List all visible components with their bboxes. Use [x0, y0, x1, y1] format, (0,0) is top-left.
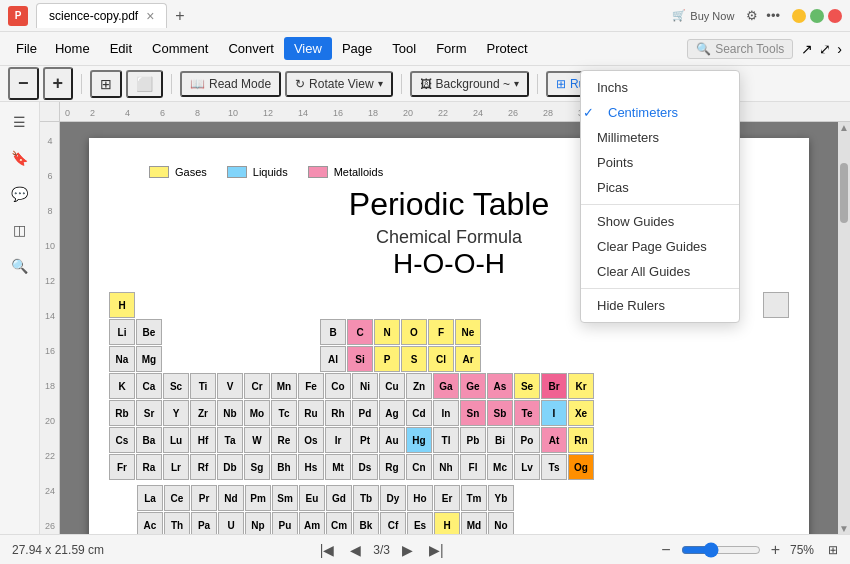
svg-text:26: 26 [508, 108, 518, 118]
menu-convert[interactable]: Convert [218, 37, 284, 60]
el-os: Os [298, 427, 324, 453]
zoom-out-status-btn[interactable]: − [659, 541, 672, 559]
next-page-btn[interactable]: ▶ [398, 542, 417, 558]
el-ta: Ta [217, 427, 243, 453]
el-lu: Lu [163, 427, 189, 453]
svg-text:22: 22 [438, 108, 448, 118]
svg-text:16: 16 [333, 108, 343, 118]
dd-show-guides[interactable]: Show Guides [581, 209, 739, 234]
zoom-in-btn[interactable]: + [43, 67, 74, 100]
first-page-btn[interactable]: |◀ [316, 542, 339, 558]
el-tl: Tl [433, 427, 459, 453]
menu-form[interactable]: Form [426, 37, 476, 60]
last-page-btn[interactable]: ▶| [425, 542, 448, 558]
read-mode-btn[interactable]: 📖 Read Mode [180, 71, 281, 97]
more-icon[interactable]: ••• [766, 8, 780, 23]
el-br: Br [541, 373, 567, 399]
svg-text:22: 22 [45, 451, 55, 461]
menu-edit[interactable]: Edit [100, 37, 142, 60]
el-ar: Ar [455, 346, 481, 372]
sidebar-layers-icon[interactable]: ◫ [8, 218, 32, 242]
legend-liquids: Liquids [227, 166, 288, 178]
scrollbar-vertical[interactable]: ▲ ▼ [838, 122, 850, 534]
background-btn[interactable]: 🖼 Background ~ [410, 71, 529, 97]
dd-picas[interactable]: Picas [581, 175, 739, 200]
el-md: Md [461, 512, 487, 534]
prev-page-btn[interactable]: ◀ [346, 542, 365, 558]
el-ho: Ho [407, 485, 433, 511]
new-tab-btn[interactable]: + [175, 7, 184, 25]
el-pb: Pb [460, 427, 486, 453]
el-rb: Rb [109, 400, 135, 426]
el-w: W [244, 427, 270, 453]
legend-liquids-label: Liquids [253, 166, 288, 178]
buy-now-btn[interactable]: 🛒 Buy Now [672, 9, 734, 22]
search-tools-box[interactable]: 🔍 Search Tools [687, 39, 793, 59]
zoom-in-status-btn[interactable]: + [769, 541, 782, 559]
svg-text:26: 26 [45, 521, 55, 531]
scroll-handle[interactable] [840, 163, 848, 223]
menu-home[interactable]: Home [45, 37, 100, 60]
scroll-up-btn[interactable]: ▲ [839, 122, 849, 133]
menu-view[interactable]: View [284, 37, 332, 60]
el-rg: Rg [379, 454, 405, 480]
el-b: B [320, 319, 346, 345]
search-tools-label: Search Tools [715, 42, 784, 56]
dd-centimeters[interactable]: Centimeters [581, 100, 739, 125]
sidebar-bookmark-icon[interactable]: 🔖 [8, 146, 32, 170]
el-ne: Ne [455, 319, 481, 345]
el-sn: Sn [460, 400, 486, 426]
zoom-slider[interactable] [681, 542, 761, 558]
read-mode-icon: 📖 [190, 77, 205, 91]
el-rh: Rh [325, 400, 351, 426]
expand-icon[interactable]: ⤢ [819, 41, 831, 57]
dd-inches[interactable]: Inchs [581, 75, 739, 100]
menu-protect[interactable]: Protect [476, 37, 537, 60]
settings-icon[interactable]: ⚙ [746, 8, 758, 23]
menu-more-icon[interactable]: › [837, 41, 842, 57]
maximize-btn[interactable] [810, 9, 824, 23]
svg-text:10: 10 [45, 241, 55, 251]
svg-text:20: 20 [403, 108, 413, 118]
el-sg: Sg [244, 454, 270, 480]
titlebar: P science-copy.pdf × + 🛒 Buy Now ⚙ ••• [0, 0, 850, 32]
menu-page[interactable]: Page [332, 37, 382, 60]
menu-comment[interactable]: Comment [142, 37, 218, 60]
rotate-view-btn[interactable]: ↻ Rotate View [285, 71, 392, 97]
fit-width-btn[interactable]: ⬜ [126, 70, 163, 98]
dd-points[interactable]: Points [581, 150, 739, 175]
zoom-level-label: 75% [790, 543, 814, 557]
fit-page-btn[interactable]: ⊞ [90, 70, 122, 98]
tab-close-btn[interactable]: × [146, 8, 154, 24]
menu-tool[interactable]: Tool [382, 37, 426, 60]
zoom-fit-btn[interactable]: ⊞ [828, 543, 838, 557]
zoom-out-btn[interactable]: − [8, 67, 39, 100]
dd-clear-all-guides[interactable]: Clear All Guides [581, 259, 739, 284]
tab[interactable]: science-copy.pdf × [36, 3, 167, 28]
sidebar-thumbnail-icon[interactable]: ☰ [8, 110, 32, 134]
el-be: Be [136, 319, 162, 345]
el-cd: Cd [406, 400, 432, 426]
dd-clear-page-guides[interactable]: Clear Page Guides [581, 234, 739, 259]
el-pm: Pm [245, 485, 271, 511]
sidebar-search-icon[interactable]: 🔍 [8, 254, 32, 278]
svg-text:18: 18 [368, 108, 378, 118]
svg-text:12: 12 [45, 276, 55, 286]
close-btn[interactable] [828, 9, 842, 23]
el-bk: Bk [353, 512, 379, 534]
scroll-down-btn[interactable]: ▼ [839, 523, 849, 534]
dd-millimeters[interactable]: Millimeters [581, 125, 739, 150]
el-mo: Mo [244, 400, 270, 426]
dd-hide-rulers[interactable]: Hide Rulers [581, 293, 739, 318]
svg-text:28: 28 [543, 108, 553, 118]
element-H: H [109, 292, 135, 318]
menu-file[interactable]: File [8, 37, 45, 60]
minimize-btn[interactable] [792, 9, 806, 23]
external-link-icon[interactable]: ↗ [801, 41, 813, 57]
el-zn: Zn [406, 373, 432, 399]
el-fm: H [434, 512, 460, 534]
el-si: Si [347, 346, 373, 372]
svg-text:4: 4 [125, 108, 130, 118]
legend-metalloids: Metalloids [308, 166, 384, 178]
sidebar-comment-icon[interactable]: 💬 [8, 182, 32, 206]
